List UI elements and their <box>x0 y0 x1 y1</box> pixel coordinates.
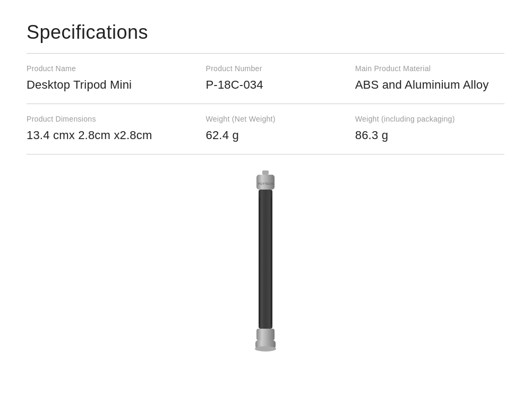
specs-cell-product-number: Product Number P-18C-034 <box>206 64 355 92</box>
product-number-value: P-18C-034 <box>206 78 355 92</box>
specs-cell-material: Main Product Material ABS and Aluminium … <box>355 64 504 92</box>
svg-point-9 <box>255 346 276 352</box>
specs-cell-dimensions: Product Dimensions 13.4 cmx 2.8cm x2.8cm <box>27 115 206 142</box>
specs-cell-gross-weight: Weight (including packaging) 86.3 g <box>355 115 504 142</box>
svg-text:PGYTECH: PGYTECH <box>258 182 273 185</box>
product-name-label: Product Name <box>27 64 206 73</box>
page-container: Specifications Product Name Desktop Trip… <box>0 0 531 420</box>
dimensions-value: 13.4 cmx 2.8cm x2.8cm <box>27 128 206 142</box>
specs-row-1: Product Name Desktop Tripod Mini Product… <box>27 54 504 104</box>
tripod-image: PGYTECH <box>236 170 295 362</box>
dimensions-label: Product Dimensions <box>27 115 206 123</box>
specs-cell-product-name: Product Name Desktop Tripod Mini <box>27 64 206 92</box>
specs-cell-net-weight: Weight (Net Weight) 62.4 g <box>206 115 355 142</box>
specs-row-2: Product Dimensions 13.4 cmx 2.8cm x2.8cm… <box>27 104 504 155</box>
net-weight-value: 62.4 g <box>206 128 355 142</box>
svg-rect-6 <box>261 190 263 329</box>
tripod-svg: PGYTECH <box>236 170 295 362</box>
svg-rect-7 <box>256 329 275 340</box>
product-number-label: Product Number <box>206 64 355 73</box>
product-name-value: Desktop Tripod Mini <box>27 78 206 92</box>
page-title: Specifications <box>27 21 504 44</box>
material-label: Main Product Material <box>355 64 504 73</box>
material-value: ABS and Aluminium Alloy <box>355 78 504 92</box>
product-image-container: PGYTECH <box>27 170 504 362</box>
svg-rect-0 <box>262 170 269 175</box>
specs-table: Product Name Desktop Tripod Mini Product… <box>27 54 504 155</box>
gross-weight-label: Weight (including packaging) <box>355 115 504 123</box>
svg-rect-5 <box>271 197 272 324</box>
net-weight-label: Weight (Net Weight) <box>206 115 355 123</box>
gross-weight-value: 86.3 g <box>355 128 504 142</box>
svg-rect-3 <box>259 190 272 329</box>
svg-rect-4 <box>259 197 260 324</box>
